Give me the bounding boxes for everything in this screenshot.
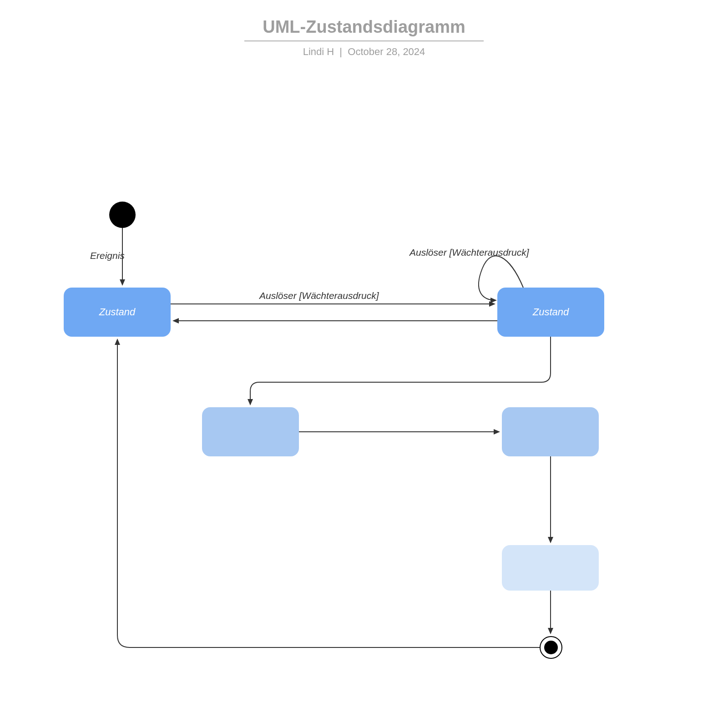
- edges-svg: [0, 0, 728, 728]
- edge-s2-s3: [250, 337, 551, 404]
- edge-final-s1: [117, 339, 540, 647]
- edge-s2-selfloop: [479, 256, 523, 300]
- diagram-canvas: Zustand Zustand Ereignis Auslöser [Wächt…: [0, 0, 728, 728]
